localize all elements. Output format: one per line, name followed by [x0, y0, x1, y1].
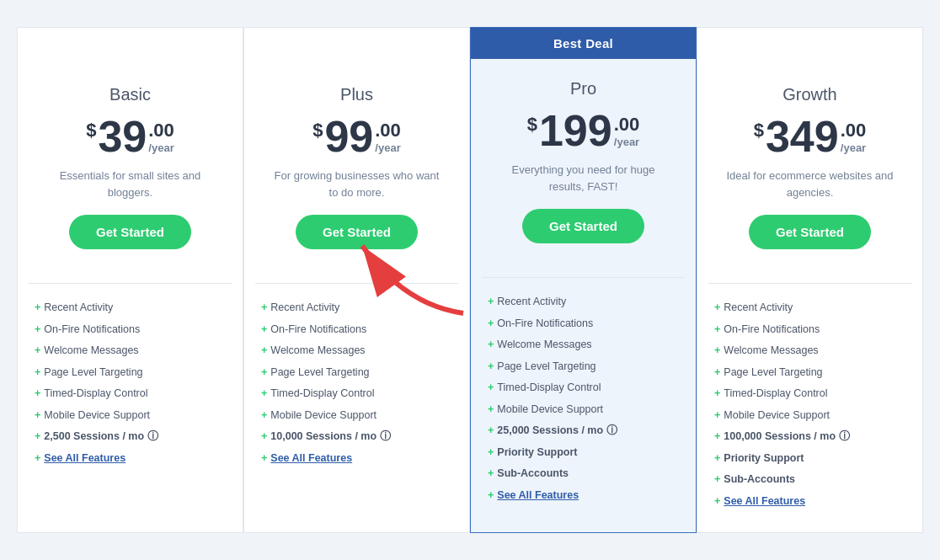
price-decimals-growth: .00/year — [841, 120, 867, 164]
divider-pro — [482, 277, 684, 278]
plan-price-growth: $349.00/year — [714, 115, 905, 164]
price-dollar-plus: $ — [312, 120, 323, 141]
price-amount-plus: 99 — [324, 115, 373, 158]
list-item: +On-Fire Notifications — [488, 313, 679, 335]
get-started-btn-pro[interactable]: Get Started — [522, 209, 644, 243]
plan-header-basic: Basic$39.00/yearEssentials for small sit… — [18, 65, 243, 269]
pricing-wrapper: Basic$39.00/yearEssentials for small sit… — [17, 27, 923, 533]
list-item: +Welcome Messages — [261, 340, 452, 362]
list-item: +Page Level Targeting — [488, 356, 679, 378]
plan-price-pro: $199.00/year — [488, 109, 679, 158]
list-item: +Welcome Messages — [35, 340, 226, 362]
list-item[interactable]: +See All Features — [35, 448, 226, 470]
pricing-grid: Basic$39.00/yearEssentials for small sit… — [17, 27, 923, 533]
list-item: +Mobile Device Support — [35, 405, 226, 427]
list-item[interactable]: +See All Features — [488, 485, 679, 507]
price-dollar-basic: $ — [86, 120, 96, 141]
list-item: +Welcome Messages — [488, 334, 679, 356]
price-amount-basic: 39 — [98, 115, 147, 158]
features-list-basic: +Recent Activity+On-Fire Notifications+W… — [18, 297, 243, 469]
price-dollar-growth: $ — [754, 120, 764, 141]
list-item[interactable]: +See All Features — [714, 491, 905, 513]
divider-plus — [255, 283, 457, 284]
price-decimals-plus: .00/year — [375, 120, 401, 164]
features-list-plus: +Recent Activity+On-Fire Notifications+W… — [244, 297, 469, 469]
list-item: +2,500 Sessions / mo ⓘ — [35, 426, 226, 448]
plan-header-plus: Plus$99.00/yearFor growing businesses wh… — [244, 65, 469, 269]
list-item: +On-Fire Notifications — [35, 319, 226, 341]
list-item: +Timed-Display Control — [714, 383, 905, 405]
list-item: +Page Level Targeting — [714, 362, 905, 384]
plan-price-basic: $39.00/year — [35, 115, 226, 164]
list-item: +Mobile Device Support — [261, 405, 452, 427]
plan-description-growth: Ideal for ecommerce websites and agencie… — [714, 168, 905, 201]
price-amount-growth: 349 — [766, 115, 839, 158]
features-list-growth: +Recent Activity+On-Fire Notifications+W… — [697, 297, 922, 512]
divider-growth — [708, 283, 911, 284]
get-started-btn-growth[interactable]: Get Started — [749, 215, 871, 249]
list-item: +Timed-Display Control — [261, 383, 452, 405]
list-item: +Mobile Device Support — [714, 405, 905, 427]
list-item: +Page Level Targeting — [35, 362, 226, 384]
best-deal-badge: Best Deal — [471, 28, 696, 59]
plan-name-plus: Plus — [261, 85, 452, 104]
list-item: +10,000 Sessions / mo ⓘ — [261, 426, 452, 448]
plan-card-pro: Best DealPro$199.00/yearEverything you n… — [470, 27, 697, 533]
list-item: +On-Fire Notifications — [714, 319, 905, 341]
features-list-pro: +Recent Activity+On-Fire Notifications+W… — [471, 291, 696, 506]
plan-price-plus: $99.00/year — [261, 115, 452, 164]
list-item: +Sub-Accounts — [714, 469, 905, 491]
plan-description-plus: For growing businesses who want to do mo… — [261, 168, 452, 201]
list-item: +25,000 Sessions / mo ⓘ — [488, 420, 679, 442]
list-item[interactable]: +See All Features — [261, 448, 452, 470]
get-started-btn-plus[interactable]: Get Started — [296, 215, 418, 249]
list-item: +Recent Activity — [261, 297, 452, 319]
plan-name-pro: Pro — [488, 79, 679, 99]
plan-name-basic: Basic — [35, 85, 226, 104]
plan-card-growth: Growth$349.00/yearIdeal for ecommerce we… — [697, 27, 923, 533]
list-item: +100,000 Sessions / mo ⓘ — [714, 426, 905, 448]
list-item: +Sub-Accounts — [488, 463, 679, 485]
list-item: +Mobile Device Support — [488, 399, 679, 421]
list-item: +Recent Activity — [35, 297, 226, 319]
plan-description-pro: Everything you need for huge results, FA… — [488, 162, 679, 195]
list-item: +Timed-Display Control — [488, 377, 679, 399]
plan-card-plus: Plus$99.00/yearFor growing businesses wh… — [243, 27, 470, 533]
list-item: +Page Level Targeting — [261, 362, 452, 384]
list-item: +Priority Support — [488, 442, 679, 464]
list-item: +Timed-Display Control — [35, 383, 226, 405]
price-decimals-basic: .00/year — [148, 120, 174, 164]
plan-description-basic: Essentials for small sites and bloggers. — [35, 168, 226, 201]
list-item: +Recent Activity — [714, 297, 905, 319]
plan-card-basic: Basic$39.00/yearEssentials for small sit… — [17, 27, 243, 533]
plan-name-growth: Growth — [714, 85, 905, 104]
list-item: +Priority Support — [714, 448, 905, 470]
list-item: +Recent Activity — [488, 291, 679, 313]
price-decimals-pro: .00/year — [614, 114, 640, 158]
get-started-btn-basic[interactable]: Get Started — [69, 215, 191, 249]
plan-header-pro: Pro$199.00/yearEverything you need for h… — [471, 59, 696, 264]
price-dollar-pro: $ — [527, 114, 537, 136]
list-item: +On-Fire Notifications — [261, 319, 452, 341]
divider-basic — [29, 283, 231, 284]
plan-header-growth: Growth$349.00/yearIdeal for ecommerce we… — [697, 65, 922, 269]
price-amount-pro: 199 — [539, 109, 612, 152]
list-item: +Welcome Messages — [714, 340, 905, 362]
